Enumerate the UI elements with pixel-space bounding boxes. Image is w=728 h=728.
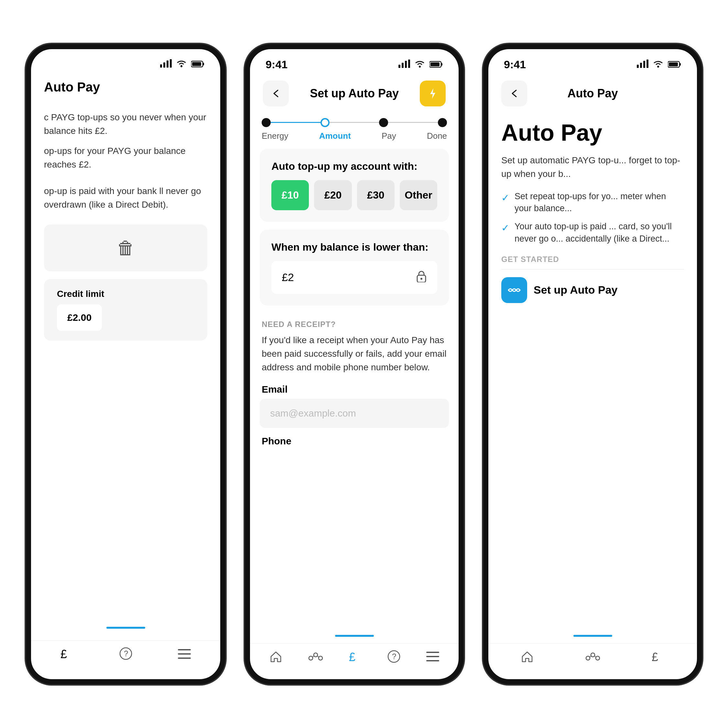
bottom-nav-left: £ ? bbox=[31, 640, 220, 679]
status-icons-center bbox=[398, 58, 443, 70]
svg-line-29 bbox=[318, 656, 318, 657]
right-content: Auto Pay Set up automatic PAYG top-u... … bbox=[488, 113, 697, 635]
svg-text:£: £ bbox=[652, 650, 658, 663]
svg-point-45 bbox=[591, 653, 595, 657]
amount-20[interactable]: £20 bbox=[314, 180, 352, 210]
left-page-title: Auto Pay bbox=[44, 80, 100, 95]
svg-rect-42 bbox=[679, 63, 681, 66]
status-time-right: 9:41 bbox=[504, 58, 526, 71]
lock-icon bbox=[416, 270, 427, 285]
menu-icon bbox=[178, 648, 191, 662]
center-nav-title: Set up Auto Pay bbox=[310, 87, 399, 100]
step-label-pay: Pay bbox=[382, 131, 396, 141]
svg-point-4 bbox=[180, 65, 182, 67]
bottom-nav-right: £ bbox=[488, 643, 697, 679]
svg-point-46 bbox=[596, 656, 600, 660]
credit-limit-label: Credit limit bbox=[57, 289, 194, 299]
svg-rect-2 bbox=[167, 60, 168, 67]
setup-auto-pay-label: Set up Auto Pay bbox=[534, 284, 617, 296]
bottom-nav-menu[interactable] bbox=[178, 648, 191, 662]
step-line-3 bbox=[388, 122, 438, 123]
payment-icon: £ bbox=[60, 647, 73, 663]
infinity-icon bbox=[501, 277, 527, 303]
status-bar-left bbox=[31, 49, 220, 73]
svg-rect-34 bbox=[426, 656, 439, 657]
signal-icon bbox=[160, 58, 172, 70]
bottom-indicator-left bbox=[106, 627, 145, 629]
receipt-label: NEED A RECEIPT? bbox=[262, 320, 447, 329]
svg-rect-1 bbox=[163, 63, 165, 67]
svg-point-25 bbox=[309, 656, 313, 660]
credit-limit-value: £2.00 bbox=[57, 304, 102, 331]
step-dot-amount bbox=[321, 118, 330, 127]
back-button-right[interactable] bbox=[501, 81, 527, 106]
svg-rect-36 bbox=[637, 65, 639, 68]
svg-point-26 bbox=[314, 653, 318, 657]
bottom-nav-payment[interactable]: £ bbox=[60, 647, 73, 663]
check-text-2: Your auto top-up is paid ... card, so yo… bbox=[515, 220, 684, 245]
amount-10[interactable]: £10 bbox=[271, 180, 309, 210]
balance-card: When my balance is lower than: £2 bbox=[260, 229, 449, 306]
divider bbox=[501, 269, 684, 269]
bottom-nav-payment-center[interactable]: £ bbox=[349, 650, 362, 663]
svg-line-28 bbox=[313, 656, 314, 657]
svg-rect-6 bbox=[203, 63, 204, 65]
wifi-icon bbox=[176, 58, 187, 70]
trash-icon[interactable]: 🗑 bbox=[117, 237, 135, 258]
left-desc1: c PAYG top-ups so you never when your ba… bbox=[44, 111, 207, 138]
amount-30[interactable]: £30 bbox=[357, 180, 395, 210]
balance-card-title: When my balance is lower than: bbox=[271, 241, 437, 253]
bottom-nav-payment-right[interactable]: £ bbox=[652, 650, 665, 663]
svg-rect-14 bbox=[398, 65, 401, 68]
phone-label: Phone bbox=[250, 436, 459, 447]
topup-card-title: Auto top-up my account with: bbox=[271, 161, 437, 172]
nav-header-center: Set up Auto Pay bbox=[250, 74, 459, 113]
left-desc2: op-ups for your PAYG your balance reache… bbox=[44, 144, 207, 171]
status-bar-center: 9:41 bbox=[250, 49, 459, 74]
status-bar-right: 9:41 bbox=[488, 49, 697, 74]
balance-input-row: £2 bbox=[271, 261, 437, 294]
phone-center: 9:41 Set up Auto Pay bbox=[245, 44, 464, 684]
svg-point-44 bbox=[586, 656, 590, 660]
balance-value: £2 bbox=[282, 271, 294, 284]
battery-icon-center bbox=[430, 58, 443, 70]
battery-icon bbox=[191, 58, 205, 70]
svg-rect-11 bbox=[178, 649, 191, 650]
receipt-desc: If you'd like a receipt when your Auto P… bbox=[262, 333, 447, 374]
topup-card: Auto top-up my account with: £10 £20 £30… bbox=[260, 149, 449, 222]
svg-rect-3 bbox=[170, 59, 172, 67]
bottom-nav-usage[interactable] bbox=[308, 652, 323, 661]
wifi-icon-center bbox=[414, 58, 426, 70]
back-button-center[interactable] bbox=[263, 81, 289, 106]
svg-rect-16 bbox=[405, 61, 407, 68]
action-button-center[interactable] bbox=[420, 81, 446, 106]
svg-rect-0 bbox=[160, 64, 162, 67]
step-label-done: Done bbox=[427, 131, 447, 141]
right-nav-title: Auto Pay bbox=[567, 87, 618, 100]
email-label: Email bbox=[250, 384, 459, 395]
status-icons-left bbox=[160, 58, 205, 70]
step-label-energy: Energy bbox=[262, 131, 288, 141]
step-label-amount: Amount bbox=[319, 131, 351, 141]
bottom-nav-help[interactable]: ? bbox=[119, 647, 132, 663]
nav-header-left: Auto Pay bbox=[31, 73, 220, 101]
bottom-nav-help-center[interactable]: ? bbox=[387, 650, 401, 663]
get-started-label: GET STARTED bbox=[501, 255, 684, 264]
bottom-indicator-center bbox=[335, 635, 374, 637]
amount-other[interactable]: Other bbox=[400, 180, 437, 210]
email-input[interactable]: sam@example.com bbox=[260, 399, 449, 428]
svg-rect-39 bbox=[647, 60, 648, 68]
bottom-nav-home[interactable] bbox=[269, 650, 282, 663]
setup-auto-pay-button[interactable]: Set up Auto Pay bbox=[501, 277, 684, 303]
phone-right: 9:41 Auto Pay Auto Pay Set up bbox=[483, 44, 702, 684]
bottom-nav-usage-right[interactable] bbox=[585, 652, 600, 661]
svg-line-48 bbox=[595, 656, 596, 657]
credit-limit-card: Credit limit £2.00 bbox=[44, 279, 207, 341]
receipt-section: NEED A RECEIPT? If you'd like a receipt … bbox=[250, 314, 459, 384]
check-item-2: ✓ Your auto top-up is paid ... card, so … bbox=[501, 220, 684, 245]
bottom-nav-menu-center[interactable] bbox=[426, 652, 439, 661]
svg-rect-21 bbox=[430, 63, 439, 66]
svg-rect-7 bbox=[192, 62, 201, 66]
bottom-nav-home-right[interactable] bbox=[521, 650, 534, 663]
nav-header-right: Auto Pay bbox=[488, 74, 697, 113]
